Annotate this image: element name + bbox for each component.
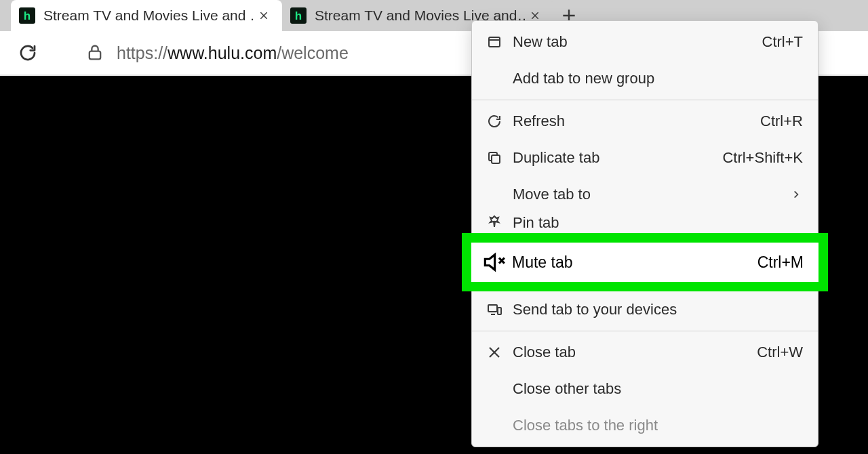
tab-context-menu: New tab Ctrl+T Add tab to new group Refr… <box>471 20 818 447</box>
menu-label: Move tab to <box>513 186 789 203</box>
menu-move-to[interactable]: Move tab to <box>472 176 818 213</box>
reload-icon[interactable] <box>15 40 41 66</box>
lock-icon <box>85 43 104 62</box>
duplicate-icon <box>481 150 507 166</box>
chevron-right-icon <box>789 190 803 199</box>
svg-rect-1 <box>489 37 500 47</box>
menu-pin-tab[interactable]: Pin tab <box>472 213 818 233</box>
svg-rect-2 <box>492 155 500 163</box>
refresh-icon <box>481 113 507 129</box>
menu-separator <box>472 331 818 331</box>
tab-title: Stream TV and Movies Live and … <box>43 7 255 24</box>
menu-label: Duplicate tab <box>513 149 714 167</box>
mute-icon <box>481 249 507 275</box>
menu-send-to-devices[interactable]: Send tab to your devices <box>472 291 818 328</box>
menu-label: Close other tabs <box>513 380 803 398</box>
svg-rect-4 <box>498 308 501 314</box>
menu-close-right: Close tabs to the right <box>472 407 818 444</box>
url-path: /welcome <box>277 43 349 62</box>
url-scheme: https:// <box>117 43 167 62</box>
close-icon <box>481 344 507 360</box>
address-bar[interactable]: https://www.hulu.com/welcome <box>85 43 349 63</box>
menu-shortcut: Ctrl+Shift+K <box>722 149 803 167</box>
menu-label: Refresh <box>513 112 752 130</box>
hulu-favicon: h <box>19 7 35 24</box>
menu-duplicate[interactable]: Duplicate tab Ctrl+Shift+K <box>472 140 818 176</box>
url-text: https://www.hulu.com/welcome <box>117 43 349 63</box>
devices-icon <box>481 302 507 318</box>
menu-shortcut: Ctrl+W <box>757 344 803 361</box>
menu-label: Send tab to your devices <box>513 301 803 318</box>
menu-shortcut: Ctrl+M <box>757 253 804 272</box>
menu-label: New tab <box>513 33 754 51</box>
menu-label: Add tab to new group <box>513 70 803 87</box>
menu-close-tab[interactable]: Close tab Ctrl+W <box>472 334 818 371</box>
menu-close-other[interactable]: Close other tabs <box>472 371 818 407</box>
menu-label: Close tab <box>513 344 749 361</box>
menu-add-to-group[interactable]: Add tab to new group <box>472 60 818 97</box>
menu-separator <box>472 100 818 100</box>
menu-refresh[interactable]: Refresh Ctrl+R <box>472 103 818 140</box>
new-tab-icon <box>481 34 507 50</box>
pin-icon <box>481 214 507 230</box>
url-host: www.hulu.com <box>167 43 277 62</box>
menu-label: Close tabs to the right <box>513 417 803 434</box>
menu-shortcut: Ctrl+T <box>762 33 804 51</box>
svg-rect-3 <box>488 305 497 312</box>
hulu-favicon: h <box>290 7 307 24</box>
svg-rect-0 <box>90 51 100 60</box>
menu-mute-tab[interactable]: Mute tab Ctrl+M <box>471 243 818 282</box>
tab-1[interactable]: h Stream TV and Movies Live and … <box>11 0 282 31</box>
menu-label: Pin tab <box>513 214 803 232</box>
menu-label: Mute tab <box>512 253 757 272</box>
highlight-annotation: Mute tab Ctrl+M <box>462 233 828 291</box>
menu-shortcut: Ctrl+R <box>760 112 803 130</box>
close-tab-icon[interactable] <box>255 7 273 24</box>
menu-new-tab[interactable]: New tab Ctrl+T <box>472 24 818 60</box>
